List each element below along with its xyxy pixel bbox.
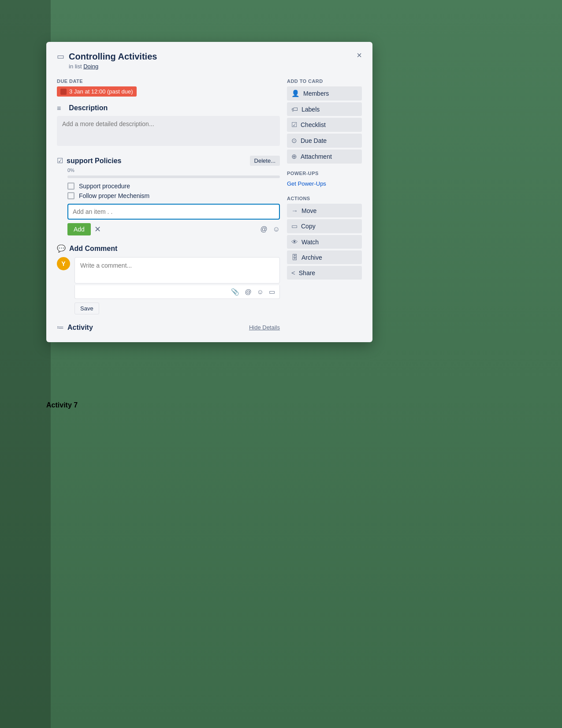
checklist-icon: ☑ [57,157,63,165]
activity-title: Activity [67,324,93,332]
close-button[interactable]: × [357,51,362,60]
add-item-input[interactable] [67,204,280,220]
modal-main: DUE DATE 3 Jan at 12:00 (past due) ≡ Des… [57,71,280,332]
checklist-title: support Policies [67,157,121,165]
archive-label: Archive [301,254,322,261]
subtitle-prefix: in list [69,63,83,70]
checklist-header: ☑ support Policies Delete... [57,156,280,166]
card-icon: ▭ [57,52,64,61]
add-item-container: Add ✕ @ ☺ [67,204,280,235]
move-icon: → [291,207,298,214]
mention-tool-icon[interactable]: @ [245,288,251,296]
activity-icon: ≔ [57,323,64,332]
watch-button[interactable]: 👁 Watch [287,235,362,249]
progress-bar-container [67,175,280,178]
watch-label: Watch [301,239,319,246]
due-date-button[interactable]: ⊙ Due Date [287,134,362,148]
archive-button[interactable]: 🗄 Archive [287,250,362,264]
members-icon: 👤 [291,90,300,97]
comment-row: Y 📎 @ ☺ ▭ Save [57,257,280,314]
share-label: Share [299,269,315,276]
add-item-button[interactable]: Add [67,223,91,235]
copy-button[interactable]: ▭ Copy [287,219,362,233]
emoji-tool-icon[interactable]: ☺ [257,288,264,296]
add-to-card-label: ADD TO CARD [287,78,362,84]
due-date-value: 3 Jan at 12:00 (past due) [69,88,133,95]
labels-label: Labels [301,106,320,113]
archive-icon: 🗄 [291,254,298,261]
labels-button[interactable]: 🏷 Labels [287,102,362,116]
comment-section: 💬 Add Comment Y 📎 @ ☺ ▭ [57,244,280,314]
copy-icon: ▭ [291,222,298,230]
description-textarea[interactable] [57,116,280,146]
comment-avatar: Y [57,257,70,270]
checklist-button[interactable]: ☑ Checklist [287,118,362,132]
modal-title: Controlling Activities [69,51,353,62]
watch-icon: 👁 [291,238,298,246]
due-date-badge[interactable]: 3 Jan at 12:00 (past due) [57,86,137,97]
list-link[interactable]: Doing [83,63,98,70]
due-date-icon: ⊙ [291,137,297,145]
comment-icon: 💬 [57,244,66,253]
add-item-actions: Add ✕ @ ☺ [67,223,280,235]
modal-body: DUE DATE 3 Jan at 12:00 (past due) ≡ Des… [57,71,362,332]
power-ups-label: POWER-UPS [287,171,362,176]
description-icon: ≡ [57,105,61,112]
due-date-label: DUE DATE [57,78,280,84]
checklist-checkbox-1[interactable] [67,183,74,190]
cancel-item-button[interactable]: ✕ [94,224,101,234]
move-button[interactable]: → Move [287,204,362,217]
activity-section: ≔ Activity Hide Details [57,323,280,332]
share-icon: < [291,269,295,276]
due-date-color [60,89,67,95]
actions-label: ACTIONS [287,196,362,201]
add-item-right: @ ☺ [260,225,280,233]
description-header: ≡ Description [57,104,280,112]
caption: Activity 7 [46,401,78,409]
save-comment-button[interactable]: Save [74,302,99,314]
checklist-item-text-1: Support procedure [79,183,130,190]
checklist-sidebar-icon: ☑ [291,121,297,129]
description-title: Description [69,104,108,112]
card-tool-icon[interactable]: ▭ [269,288,275,296]
add-comment-title: Add Comment [69,245,117,253]
mention-icon[interactable]: @ [260,225,267,233]
move-label: Move [301,207,316,214]
attachment-label: Attachment [301,153,332,160]
get-power-ups-link[interactable]: Get Power-Ups [287,179,362,189]
checklist-item: Support procedure [67,183,280,190]
members-label: Members [303,90,329,97]
hide-details-link[interactable]: Hide Details [249,324,280,331]
share-button[interactable]: < Share [287,266,362,280]
checklist-label: Checklist [301,121,326,128]
checklist-progress: 0% [67,168,280,173]
comment-textarea[interactable] [74,257,280,284]
comment-header: 💬 Add Comment [57,244,280,253]
attachment-tool-icon[interactable]: 📎 [231,288,239,296]
checklist-item-2: Follow proper Mechenism [67,192,280,199]
checklist-item-text-2: Follow proper Mechenism [79,192,149,199]
emoji-icon[interactable]: ☺ [273,225,280,233]
checklist-title-row: ☑ support Policies [57,157,121,165]
modal-subtitle: in list Doing [69,63,353,70]
modal-dialog: ▭ Controlling Activities in list Doing ×… [46,42,372,342]
bg-left-column [0,0,51,728]
copy-label: Copy [301,223,316,230]
comment-toolbar: 📎 @ ☺ ▭ [74,285,280,299]
delete-checklist-button[interactable]: Delete... [250,156,280,166]
modal-title-section: Controlling Activities in list Doing [69,51,353,70]
labels-icon: 🏷 [291,105,298,113]
checklist-checkbox-2[interactable] [67,192,74,199]
activity-header: ≔ Activity [57,323,93,332]
due-date-label: Due Date [301,137,327,144]
comment-input-container: 📎 @ ☺ ▭ Save [74,257,280,314]
attachment-button[interactable]: ⊕ Attachment [287,149,362,164]
modal-sidebar: ADD TO CARD 👤 Members 🏷 Labels ☑ Checkli… [287,71,362,332]
members-button[interactable]: 👤 Members [287,86,362,101]
attachment-icon: ⊕ [291,153,297,161]
add-item-left: Add ✕ [67,223,101,235]
modal-header: ▭ Controlling Activities in list Doing × [57,51,362,70]
